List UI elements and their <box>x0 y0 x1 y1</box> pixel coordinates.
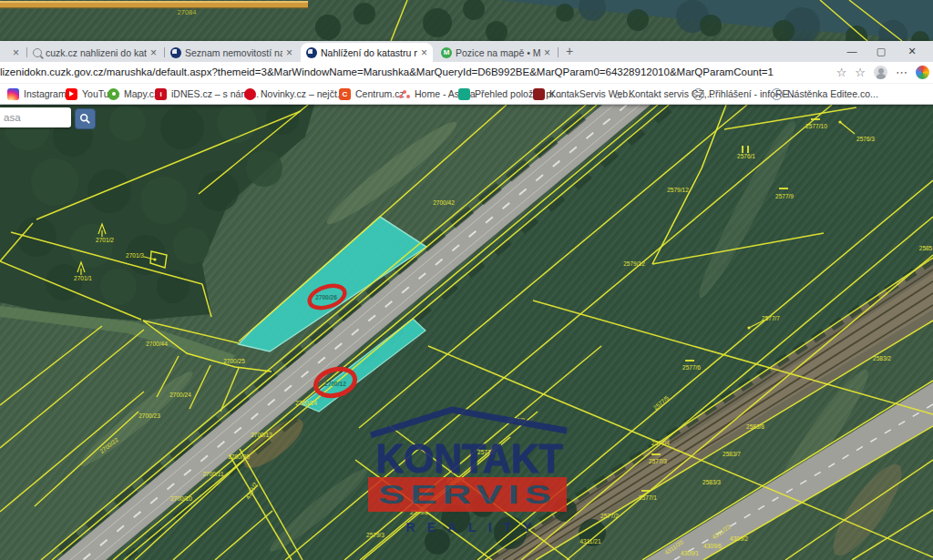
parcel-label: 2579/3 <box>366 532 384 538</box>
cuzk-favicon <box>306 47 317 58</box>
parcel-label: 4309/6 <box>703 543 722 549</box>
parcel-label: 4309/1 <box>681 550 699 556</box>
search-icon <box>79 113 91 125</box>
watermark-kontakt: KONTAKT <box>376 435 563 482</box>
asana-icon <box>398 88 410 100</box>
parcel-label: 2577/7 <box>762 315 780 321</box>
parcel-label: 4311/21 <box>579 538 600 545</box>
bookmarks-bar: InstagramYouTubeMapy.cziiDNES.cz – s nám… <box>0 83 933 105</box>
search-icon <box>33 48 42 57</box>
profile-icon[interactable] <box>916 66 929 79</box>
tab-close-icon[interactable]: × <box>13 47 19 58</box>
menu-dots-icon[interactable]: ⋯ <box>896 66 907 78</box>
editee-icon: c <box>771 88 783 100</box>
parcel-label: 2700/11 <box>202 471 223 477</box>
centrum-icon: C <box>339 88 351 100</box>
parcel-label: 2700/26 <box>315 294 337 300</box>
bookmark-label: Mapy.cz <box>124 88 159 99</box>
star-icon[interactable]: ☆ <box>836 66 847 78</box>
parcel-label: 2577/10 <box>805 123 827 129</box>
bookmark-instagram[interactable]: Instagram <box>7 84 67 104</box>
new-tab-button[interactable]: + <box>561 44 578 60</box>
map-search-input[interactable]: asa <box>0 107 71 127</box>
parcel-label: 2701/2 <box>96 237 114 243</box>
tab-1[interactable]: a R× <box>0 43 25 62</box>
parcel-label: 2577/2 <box>600 513 619 519</box>
parcel-label: 2577/6 <box>682 364 701 371</box>
tab-separator <box>26 47 27 57</box>
tab-close-icon[interactable]: × <box>421 47 427 58</box>
novinky-icon <box>244 88 256 100</box>
bookmark-n-st-nka-editee-co-[interactable]: cNástěnka Editee.co... <box>771 84 878 104</box>
tab-label: Seznam nemovitostí na LV | Nahlíž <box>185 47 282 58</box>
youtube-icon <box>66 88 77 100</box>
tab-separator <box>558 47 559 57</box>
parcel-label: 2700/10 <box>170 495 192 502</box>
parcel-label: 4309/2 <box>730 535 748 542</box>
address-bar-row: lizenidokn.cuzk.gov.cz/marushka/default.… <box>0 62 933 83</box>
tab-2[interactable]: cuzk.cz nahlizeni do katastru - Hle× <box>27 43 162 62</box>
parcel-label: 2579/12 <box>623 260 645 267</box>
tab-close-icon[interactable]: × <box>150 47 157 58</box>
parcel-label: 2701/1 <box>74 275 92 281</box>
prehled-icon <box>458 88 470 100</box>
parcel-label: 27084 <box>178 8 197 16</box>
tab-5[interactable]: MPozice na mapě • Mapy.com× <box>436 43 556 62</box>
parcel-label: 2700/14 <box>295 400 317 406</box>
kontakservis-web-icon <box>533 88 545 100</box>
map-search-value: asa <box>4 107 21 127</box>
parcel-label: 2583/8 <box>746 423 764 430</box>
desktop-screenshot: 270842700/422701/22701/32701/12700/44270… <box>0 0 933 560</box>
parcel-label: 2700/23 <box>138 412 160 419</box>
parcel-label: 2577/1 <box>639 494 657 501</box>
parcel-label: 2576/1 <box>737 153 755 159</box>
avatar-icon[interactable] <box>874 66 887 79</box>
parcel-label: 2583/2 <box>873 355 891 361</box>
tab-4[interactable]: Nahlížení do katastru nemovitostí× <box>301 43 433 62</box>
bookmark-label: Nástěnka Editee.co... <box>787 88 878 99</box>
parcel-label: 2577/4 <box>651 440 670 446</box>
tab-bar: a R×cuzk.cz nahlizeni do katastru - Hle×… <box>0 41 933 62</box>
close-button[interactable]: ✕ <box>898 41 926 62</box>
bookmark-label: Instagram <box>24 88 67 99</box>
parcel-label: 2583/7 <box>723 451 741 457</box>
parcel-label: 2576/3 <box>856 136 875 142</box>
parcel-label: 2579/12 <box>667 187 689 193</box>
tab-label: Pozice na mapě • Mapy.com <box>456 47 540 58</box>
parcel-label: 2700/12 <box>324 381 346 387</box>
instagram-icon <box>7 88 19 100</box>
tab-label: cuzk.cz nahlizeni do katastru - Hle <box>46 47 147 58</box>
bookmark-centrum-cz[interactable]: CCentrum.cz <box>339 84 405 104</box>
mapy-favicon: M <box>441 47 452 58</box>
parcel-label: 2700/42 <box>433 199 455 206</box>
tab-close-icon[interactable]: × <box>286 47 292 58</box>
watermark-servis: SERVIS <box>378 480 557 509</box>
parcel-label: 2700/25 <box>223 358 245 364</box>
parcel-label: 2577/3 <box>649 458 667 464</box>
minimize-button[interactable]: — <box>838 41 866 62</box>
parcel-label: 2700/30 <box>228 453 250 460</box>
tab-3[interactable]: Seznam nemovitostí na LV | Nahlíž× <box>165 43 298 62</box>
bookmark-label: Novinky.cz – nejčt... <box>261 88 345 99</box>
parcel-label: 2700/24 <box>169 392 191 398</box>
browser-window: a R×cuzk.cz nahlizeni do katastru - Hle×… <box>0 41 933 105</box>
maximize-button[interactable]: ▢ <box>867 41 895 62</box>
tab-close-icon[interactable]: × <box>544 47 550 58</box>
tab-label: Nahlížení do katastru nemovitostí <box>321 47 417 58</box>
tab-separator <box>164 47 165 57</box>
bookmark-mapy-cz[interactable]: Mapy.cz <box>108 84 159 104</box>
parcel-label: 2701/3 <box>126 252 144 259</box>
mapy-icon <box>108 88 119 100</box>
parcel-label: 2700/44 <box>146 341 168 347</box>
reading-list-icon[interactable]: ☆ <box>855 66 866 78</box>
bookmark-novinky-cz-nej-t-[interactable]: Novinky.cz – nejčt... <box>244 84 345 104</box>
bookmark-label: Centrum.cz <box>355 88 405 99</box>
parcel-label: 2583/3 <box>702 479 721 485</box>
idnes-icon: i <box>155 88 167 100</box>
parcel-label: 2577/9 <box>775 193 794 199</box>
parcel-label: 2585 <box>919 245 933 251</box>
parcel-label: 2700/13 <box>251 432 272 438</box>
url-bar[interactable]: lizenidokn.cuzk.gov.cz/marushka/default.… <box>0 62 784 83</box>
cuzk-favicon <box>170 47 181 58</box>
map-search-button[interactable] <box>75 108 96 129</box>
